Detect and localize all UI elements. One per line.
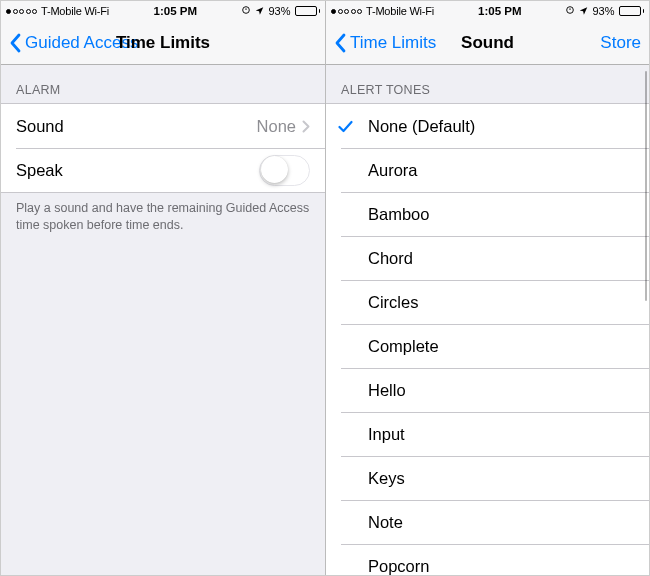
tone-row[interactable]: Circles [326,280,649,324]
section-header-tones: ALERT TONES [326,65,649,103]
store-button[interactable]: Store [600,33,641,53]
back-label: Guided Access [25,33,138,53]
battery-percent: 93% [592,5,614,17]
status-bar: T-Mobile Wi-Fi 1:05 PM 93% [326,1,649,21]
alarm-list: Sound None Speak [1,103,325,193]
toggle-knob [261,156,288,183]
section-header-alarm: ALARM [1,65,325,103]
location-icon [255,5,264,17]
tone-label: Bamboo [368,205,429,224]
tone-row[interactable]: Chord [326,236,649,280]
back-button[interactable]: Time Limits [334,33,436,53]
tone-row[interactable]: Input [326,412,649,456]
back-button[interactable]: Guided Access [9,33,138,53]
tone-row[interactable]: Hello [326,368,649,412]
signal-strength-icon [331,9,362,14]
status-left: T-Mobile Wi-Fi [6,5,109,17]
tone-label: Chord [368,249,413,268]
tone-row[interactable]: Aurora [326,148,649,192]
tone-label: Popcorn [368,557,429,576]
tone-row[interactable]: None (Default) [326,104,649,148]
tone-row[interactable]: Popcorn [326,544,649,575]
speak-row: Speak [1,148,325,192]
sound-row[interactable]: Sound None [1,104,325,148]
speak-toggle[interactable] [259,155,310,186]
chevron-left-icon [334,33,346,53]
tone-label: Complete [368,337,439,356]
location-icon [579,5,588,17]
tone-row[interactable]: Bamboo [326,192,649,236]
sound-value: None [257,117,296,136]
rotation-lock-icon [241,5,251,17]
status-time: 1:05 PM [154,5,197,17]
tone-row[interactable]: Note [326,500,649,544]
status-right: 93% [565,5,644,17]
signal-strength-icon [6,9,37,14]
tone-row[interactable]: Keys [326,456,649,500]
section-footer: Play a sound and have the remaining Guid… [1,193,325,234]
battery-icon [619,6,645,16]
tone-label: None (Default) [368,117,475,136]
status-time: 1:05 PM [478,5,521,17]
alert-tones-list: None (Default)AuroraBambooChordCirclesCo… [326,103,649,575]
tone-label: Circles [368,293,418,312]
tone-label: Input [368,425,405,444]
carrier-label: T-Mobile Wi-Fi [41,5,109,17]
tone-label: Aurora [368,161,418,180]
nav-bar: Time Limits Sound Store [326,21,649,65]
carrier-label: T-Mobile Wi-Fi [366,5,434,17]
checkmark-icon [338,120,368,133]
status-bar: T-Mobile Wi-Fi 1:05 PM 93% [1,1,325,21]
chevron-left-icon [9,33,21,53]
tone-row[interactable]: Complete [326,324,649,368]
battery-icon [295,6,321,16]
status-left: T-Mobile Wi-Fi [331,5,434,17]
sound-label: Sound [16,117,257,136]
tone-label: Hello [368,381,406,400]
screen-time-limits: T-Mobile Wi-Fi 1:05 PM 93% Guided Access… [1,1,325,575]
back-label: Time Limits [350,33,436,53]
tone-label: Note [368,513,403,532]
scroll-indicator [645,71,648,301]
chevron-right-icon [302,120,310,133]
nav-bar: Guided Access Time Limits [1,21,325,65]
speak-label: Speak [16,161,259,180]
rotation-lock-icon [565,5,575,17]
tone-label: Keys [368,469,405,488]
battery-percent: 93% [268,5,290,17]
status-right: 93% [241,5,320,17]
screen-sound: T-Mobile Wi-Fi 1:05 PM 93% Time Limits S… [325,1,649,575]
